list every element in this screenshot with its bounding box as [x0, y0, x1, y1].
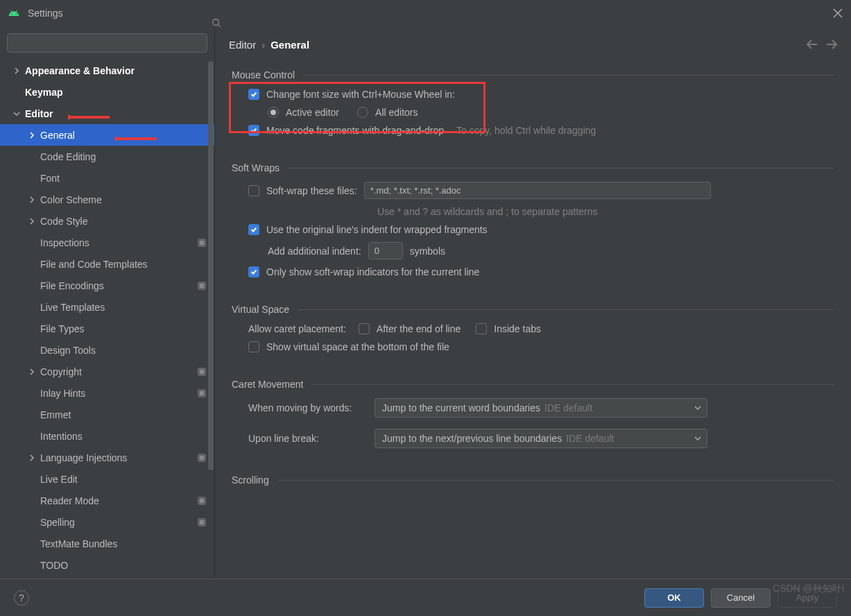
chevron-down-icon [694, 404, 701, 411]
tree-item-font[interactable]: Font [0, 167, 214, 189]
tree-item-label: Reader Mode [40, 495, 99, 506]
tree-item-file-encodings[interactable]: File Encodings [0, 275, 214, 296]
chevron-right-icon [28, 196, 36, 204]
dropdown-line-break[interactable]: Jump to the next/previous line boundarie… [375, 429, 707, 448]
tree-item-reader-mode[interactable]: Reader Mode [0, 490, 214, 511]
svg-rect-6 [200, 370, 204, 374]
tree-item-label: General [40, 130, 75, 141]
tree-item-live-edit[interactable]: Live Edit [0, 468, 214, 490]
tree-item-todo[interactable]: TODO [0, 554, 214, 576]
back-icon[interactable] [807, 40, 818, 49]
tree-item-keymap[interactable]: Keymap [0, 81, 214, 103]
tree-item-label: Spelling [40, 517, 75, 528]
tree-item-label: Code Editing [40, 151, 96, 162]
ok-button[interactable]: OK [644, 588, 704, 608]
tree-item-label: Color Scheme [40, 194, 102, 205]
sidebar-scrollbar[interactable] [207, 61, 214, 579]
label-show-virtual-space: Show virtual space at the bottom of the … [266, 341, 449, 352]
tree-item-general[interactable]: General [0, 124, 214, 146]
tree-item-inlay-hints[interactable]: Inlay Hints [0, 382, 214, 404]
label-allow-caret: Allow caret placement: [248, 323, 346, 334]
dropdown-line-break-value: Jump to the next/previous line boundarie… [382, 433, 562, 444]
tree-item-label: Inspections [40, 237, 89, 248]
input-softwrap-pattern[interactable] [364, 182, 711, 199]
radio-all-editors[interactable] [357, 107, 368, 118]
breadcrumb-current: General [270, 39, 309, 51]
tree-item-live-templates[interactable]: Live Templates [0, 296, 214, 318]
tree-item-label: Code Style [40, 216, 87, 227]
tree-item-inspections[interactable]: Inspections [0, 232, 214, 253]
search-input[interactable] [7, 33, 207, 53]
checkbox-move-drag[interactable] [248, 125, 259, 136]
svg-rect-2 [200, 241, 204, 245]
checkbox-show-virtual-space[interactable] [248, 341, 259, 352]
cancel-button[interactable]: Cancel [711, 588, 771, 608]
project-config-icon [198, 497, 206, 505]
checkbox-after-eol[interactable] [359, 323, 370, 334]
tree-item-spelling[interactable]: Spelling [0, 511, 214, 533]
checkbox-use-indent[interactable] [248, 224, 259, 235]
chevron-down-icon [694, 435, 701, 442]
window-title: Settings [28, 8, 63, 19]
tree-item-code-editing[interactable]: Code Editing [0, 146, 214, 167]
checkbox-inside-tabs[interactable] [476, 323, 487, 334]
label-all-editors: All editors [375, 107, 418, 118]
checkbox-only-show-indicators[interactable] [248, 266, 259, 277]
checkbox-softwrap-files[interactable] [248, 185, 259, 196]
tree-item-textmate-bundles[interactable]: TextMate Bundles [0, 533, 214, 554]
label-line-break: Upon line break: [248, 433, 375, 444]
project-config-icon [198, 454, 206, 462]
chevron-right-icon [28, 368, 36, 376]
help-button[interactable]: ? [14, 590, 29, 606]
hint-wildcards: Use * and ? as wildcards and ; to separa… [377, 206, 598, 217]
chevron-right-icon [28, 217, 36, 225]
breadcrumb-header: Editor › General [215, 26, 851, 62]
tree-item-label: Keymap [25, 87, 62, 98]
label-active-editor: Active editor [286, 107, 339, 118]
svg-rect-14 [200, 520, 204, 524]
dropdown-default-hint: IDE default [566, 433, 614, 444]
tree-item-code-style[interactable]: Code Style [0, 210, 214, 232]
section-mouse-control: Mouse Control [232, 69, 834, 80]
tree-item-emmet[interactable]: Emmet [0, 404, 214, 425]
label-softwrap-files: Soft-wrap these files: [266, 185, 357, 196]
tree-item-color-scheme[interactable]: Color Scheme [0, 189, 214, 210]
svg-rect-10 [200, 456, 204, 460]
tree-item-label: Inlay Hints [40, 388, 85, 399]
tree-item-file-types[interactable]: File Types [0, 318, 214, 339]
label-change-font-size: Change font size with Ctrl+Mouse Wheel i… [266, 89, 455, 100]
close-icon[interactable] [833, 8, 843, 18]
tree-item-copyright[interactable]: Copyright [0, 361, 214, 382]
section-scrolling: Scrolling [232, 474, 834, 486]
settings-tree: Appearance & BehaviorKeymapEditorGeneral… [0, 57, 214, 579]
checkbox-change-font-size[interactable] [248, 89, 259, 100]
input-add-indent[interactable] [368, 242, 403, 259]
section-caret-movement: Caret Movement [232, 379, 834, 390]
tree-item-language-injections[interactable]: Language Injections [0, 447, 214, 468]
settings-sidebar: Appearance & BehaviorKeymapEditorGeneral… [0, 26, 215, 579]
radio-active-editor[interactable] [268, 107, 279, 118]
tree-item-label: File and Code Templates [40, 259, 148, 270]
tree-item-appearance-behavior[interactable]: Appearance & Behavior [0, 60, 214, 81]
titlebar: Settings [0, 0, 851, 26]
tree-item-editor[interactable]: Editor [0, 103, 214, 124]
tree-item-label: Design Tools [40, 345, 96, 356]
label-use-indent: Use the original line's indent for wrapp… [266, 224, 488, 235]
settings-content: Mouse Control Change font size with Ctrl… [215, 62, 851, 579]
tree-item-label: File Types [40, 323, 85, 334]
forward-icon[interactable] [826, 40, 837, 49]
tree-item-label: Intentions [40, 431, 83, 442]
svg-rect-12 [200, 499, 204, 503]
project-config-icon [198, 368, 206, 376]
tree-item-design-tools[interactable]: Design Tools [0, 339, 214, 361]
tree-item-intentions[interactable]: Intentions [0, 425, 214, 447]
label-symbols: symbols [410, 246, 445, 257]
dropdown-by-words[interactable]: Jump to the current word boundaries IDE … [375, 398, 707, 418]
tree-item-file-and-code-templates[interactable]: File and Code Templates [0, 253, 214, 275]
project-config-icon [198, 239, 206, 247]
breadcrumb-parent: Editor [229, 39, 256, 51]
tree-item-label: Emmet [40, 409, 71, 420]
tree-item-label: Live Templates [40, 302, 105, 313]
project-config-icon [198, 389, 206, 397]
dropdown-default-hint: IDE default [544, 402, 592, 413]
